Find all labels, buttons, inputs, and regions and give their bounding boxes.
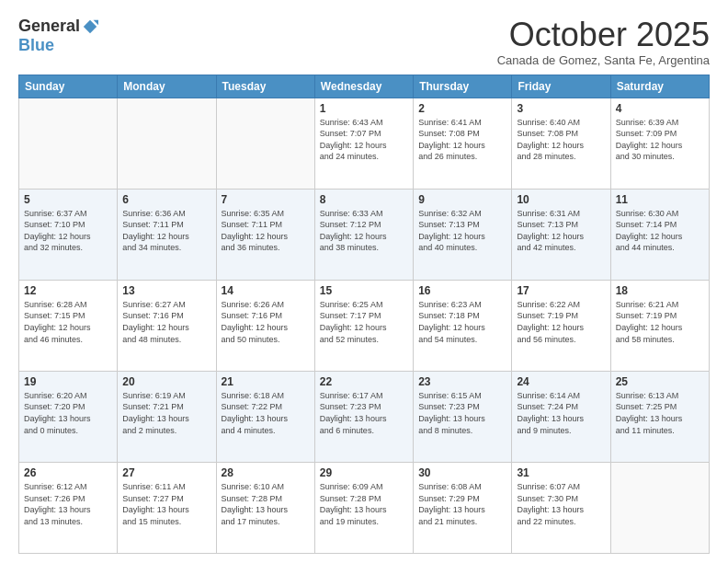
calendar-week-row: 1Sunrise: 6:43 AM Sunset: 7:07 PM Daylig…: [19, 98, 710, 189]
table-row: 25Sunrise: 6:13 AM Sunset: 7:25 PM Dayli…: [610, 371, 709, 462]
table-row: 29Sunrise: 6:09 AM Sunset: 7:28 PM Dayli…: [314, 462, 413, 553]
day-number: 2: [418, 102, 506, 115]
table-row: 3Sunrise: 6:40 AM Sunset: 7:08 PM Daylig…: [512, 98, 610, 189]
month-title: October 2025: [497, 17, 710, 53]
day-info: Sunrise: 6:28 AM Sunset: 7:15 PM Dayligh…: [24, 299, 112, 345]
logo: General Blue: [18, 17, 98, 55]
day-info: Sunrise: 6:14 AM Sunset: 7:24 PM Dayligh…: [517, 390, 605, 436]
col-monday: Monday: [118, 75, 216, 98]
table-row: 9Sunrise: 6:32 AM Sunset: 7:13 PM Daylig…: [414, 189, 512, 280]
col-saturday: Saturday: [610, 75, 709, 98]
logo-blue: Blue: [18, 36, 54, 55]
table-row: 26Sunrise: 6:12 AM Sunset: 7:26 PM Dayli…: [19, 462, 118, 553]
day-number: 30: [418, 466, 506, 479]
table-row: 17Sunrise: 6:22 AM Sunset: 7:19 PM Dayli…: [512, 280, 610, 371]
day-info: Sunrise: 6:07 AM Sunset: 7:30 PM Dayligh…: [517, 481, 605, 527]
header: General Blue October 2025 Canada de Gome…: [18, 17, 710, 67]
day-number: 17: [517, 284, 605, 297]
table-row: 15Sunrise: 6:25 AM Sunset: 7:17 PM Dayli…: [314, 280, 413, 371]
day-info: Sunrise: 6:09 AM Sunset: 7:28 PM Dayligh…: [320, 481, 408, 527]
day-info: Sunrise: 6:12 AM Sunset: 7:26 PM Dayligh…: [24, 481, 112, 527]
table-row: 31Sunrise: 6:07 AM Sunset: 7:30 PM Dayli…: [512, 462, 610, 553]
day-info: Sunrise: 6:30 AM Sunset: 7:14 PM Dayligh…: [616, 208, 704, 254]
day-number: 29: [320, 466, 408, 479]
table-row: 19Sunrise: 6:20 AM Sunset: 7:20 PM Dayli…: [19, 371, 118, 462]
day-info: Sunrise: 6:36 AM Sunset: 7:11 PM Dayligh…: [122, 208, 210, 254]
table-row: 28Sunrise: 6:10 AM Sunset: 7:28 PM Dayli…: [216, 462, 314, 553]
day-info: Sunrise: 6:13 AM Sunset: 7:25 PM Dayligh…: [616, 390, 704, 436]
day-info: Sunrise: 6:15 AM Sunset: 7:23 PM Dayligh…: [418, 390, 506, 436]
day-number: 8: [320, 193, 408, 206]
day-info: Sunrise: 6:10 AM Sunset: 7:28 PM Dayligh…: [222, 481, 310, 527]
col-friday: Friday: [512, 75, 610, 98]
table-row: 20Sunrise: 6:19 AM Sunset: 7:21 PM Dayli…: [118, 371, 216, 462]
day-number: 27: [122, 466, 210, 479]
day-number: 24: [517, 375, 605, 388]
day-info: Sunrise: 6:41 AM Sunset: 7:08 PM Dayligh…: [418, 117, 506, 163]
table-row: 11Sunrise: 6:30 AM Sunset: 7:14 PM Dayli…: [610, 189, 709, 280]
col-wednesday: Wednesday: [314, 75, 413, 98]
day-number: 6: [122, 193, 210, 206]
calendar-week-row: 12Sunrise: 6:28 AM Sunset: 7:15 PM Dayli…: [19, 280, 710, 371]
table-row: 5Sunrise: 6:37 AM Sunset: 7:10 PM Daylig…: [19, 189, 118, 280]
day-number: 13: [122, 284, 210, 297]
day-info: Sunrise: 6:43 AM Sunset: 7:07 PM Dayligh…: [320, 117, 408, 163]
day-info: Sunrise: 6:26 AM Sunset: 7:16 PM Dayligh…: [222, 299, 310, 345]
table-row: 23Sunrise: 6:15 AM Sunset: 7:23 PM Dayli…: [414, 371, 512, 462]
day-number: 5: [24, 193, 112, 206]
day-number: 12: [24, 284, 112, 297]
day-number: 3: [517, 102, 605, 115]
table-row: 30Sunrise: 6:08 AM Sunset: 7:29 PM Dayli…: [414, 462, 512, 553]
day-number: 7: [222, 193, 310, 206]
day-number: 11: [616, 193, 704, 206]
day-number: 9: [418, 193, 506, 206]
day-info: Sunrise: 6:23 AM Sunset: 7:18 PM Dayligh…: [418, 299, 506, 345]
calendar-week-row: 19Sunrise: 6:20 AM Sunset: 7:20 PM Dayli…: [19, 371, 710, 462]
day-info: Sunrise: 6:11 AM Sunset: 7:27 PM Dayligh…: [122, 481, 210, 527]
day-info: Sunrise: 6:22 AM Sunset: 7:19 PM Dayligh…: [517, 299, 605, 345]
page: General Blue October 2025 Canada de Gome…: [0, 0, 728, 563]
day-number: 25: [616, 375, 704, 388]
table-row: [118, 98, 216, 189]
table-row: 14Sunrise: 6:26 AM Sunset: 7:16 PM Dayli…: [216, 280, 314, 371]
day-info: Sunrise: 6:39 AM Sunset: 7:09 PM Dayligh…: [616, 117, 704, 163]
table-row: [610, 462, 709, 553]
table-row: 21Sunrise: 6:18 AM Sunset: 7:22 PM Dayli…: [216, 371, 314, 462]
col-tuesday: Tuesday: [216, 75, 314, 98]
table-row: 1Sunrise: 6:43 AM Sunset: 7:07 PM Daylig…: [314, 98, 413, 189]
table-row: 6Sunrise: 6:36 AM Sunset: 7:11 PM Daylig…: [118, 189, 216, 280]
title-block: October 2025 Canada de Gomez, Santa Fe, …: [497, 17, 710, 67]
table-row: [19, 98, 118, 189]
day-info: Sunrise: 6:21 AM Sunset: 7:19 PM Dayligh…: [616, 299, 704, 345]
day-info: Sunrise: 6:08 AM Sunset: 7:29 PM Dayligh…: [418, 481, 506, 527]
day-number: 15: [320, 284, 408, 297]
location-subtitle: Canada de Gomez, Santa Fe, Argentina: [497, 53, 710, 67]
table-row: 22Sunrise: 6:17 AM Sunset: 7:23 PM Dayli…: [314, 371, 413, 462]
calendar-header-row: Sunday Monday Tuesday Wednesday Thursday…: [19, 75, 710, 98]
table-row: 8Sunrise: 6:33 AM Sunset: 7:12 PM Daylig…: [314, 189, 413, 280]
table-row: 2Sunrise: 6:41 AM Sunset: 7:08 PM Daylig…: [414, 98, 512, 189]
day-info: Sunrise: 6:18 AM Sunset: 7:22 PM Dayligh…: [222, 390, 310, 436]
col-thursday: Thursday: [414, 75, 512, 98]
day-number: 26: [24, 466, 112, 479]
table-row: 18Sunrise: 6:21 AM Sunset: 7:19 PM Dayli…: [610, 280, 709, 371]
table-row: 12Sunrise: 6:28 AM Sunset: 7:15 PM Dayli…: [19, 280, 118, 371]
table-row: 10Sunrise: 6:31 AM Sunset: 7:13 PM Dayli…: [512, 189, 610, 280]
day-info: Sunrise: 6:31 AM Sunset: 7:13 PM Dayligh…: [517, 208, 605, 254]
day-number: 22: [320, 375, 408, 388]
day-number: 4: [616, 102, 704, 115]
table-row: 13Sunrise: 6:27 AM Sunset: 7:16 PM Dayli…: [118, 280, 216, 371]
day-info: Sunrise: 6:20 AM Sunset: 7:20 PM Dayligh…: [24, 390, 112, 436]
day-info: Sunrise: 6:32 AM Sunset: 7:13 PM Dayligh…: [418, 208, 506, 254]
day-info: Sunrise: 6:17 AM Sunset: 7:23 PM Dayligh…: [320, 390, 408, 436]
day-info: Sunrise: 6:33 AM Sunset: 7:12 PM Dayligh…: [320, 208, 408, 254]
day-number: 31: [517, 466, 605, 479]
day-number: 18: [616, 284, 704, 297]
calendar-week-row: 5Sunrise: 6:37 AM Sunset: 7:10 PM Daylig…: [19, 189, 710, 280]
logo-icon: [82, 18, 98, 35]
table-row: 27Sunrise: 6:11 AM Sunset: 7:27 PM Dayli…: [118, 462, 216, 553]
logo-general: General: [18, 17, 80, 36]
table-row: 24Sunrise: 6:14 AM Sunset: 7:24 PM Dayli…: [512, 371, 610, 462]
day-number: 14: [222, 284, 310, 297]
day-info: Sunrise: 6:19 AM Sunset: 7:21 PM Dayligh…: [122, 390, 210, 436]
